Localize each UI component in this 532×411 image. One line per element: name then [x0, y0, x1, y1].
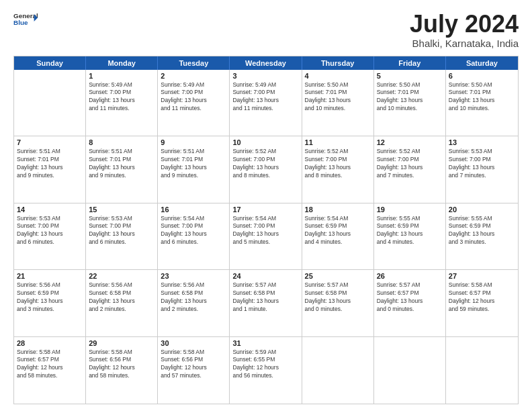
page: General Blue July 2024 Bhalki, Karnataka…	[0, 0, 532, 411]
day-cell-5: 5Sunrise: 5:50 AMSunset: 7:01 PMDaylight…	[374, 70, 446, 136]
day-cell-19: 19Sunrise: 5:55 AMSunset: 6:59 PMDayligh…	[374, 203, 446, 269]
day-cell-13: 13Sunrise: 5:53 AMSunset: 7:00 PMDayligh…	[446, 136, 518, 202]
day-number: 25	[305, 272, 371, 280]
week-row-4: 21Sunrise: 5:56 AMSunset: 6:59 PMDayligh…	[14, 270, 518, 336]
day-cell-23: 23Sunrise: 5:56 AMSunset: 6:58 PMDayligh…	[158, 270, 230, 336]
day-cell-22: 22Sunrise: 5:56 AMSunset: 6:58 PMDayligh…	[86, 270, 158, 336]
day-cell-empty	[302, 337, 374, 404]
day-number: 26	[377, 272, 443, 280]
day-info: Sunrise: 5:51 AMSunset: 7:01 PMDaylight:…	[161, 148, 226, 180]
day-cell-17: 17Sunrise: 5:54 AMSunset: 7:00 PMDayligh…	[230, 203, 302, 269]
week-row-5: 28Sunrise: 5:58 AMSunset: 6:57 PMDayligh…	[14, 337, 518, 404]
day-info: Sunrise: 5:49 AMSunset: 7:00 PMDaylight:…	[89, 81, 154, 113]
day-number: 29	[89, 339, 154, 347]
day-info: Sunrise: 5:50 AMSunset: 7:01 PMDaylight:…	[377, 81, 443, 113]
weekday-header-sunday: Sunday	[14, 56, 86, 70]
weekday-header-wednesday: Wednesday	[230, 56, 302, 70]
week-row-1: 1Sunrise: 5:49 AMSunset: 7:00 PMDaylight…	[14, 70, 518, 136]
day-number: 31	[232, 339, 298, 347]
day-number: 8	[89, 138, 154, 146]
day-info: Sunrise: 5:53 AMSunset: 7:00 PMDaylight:…	[449, 148, 515, 180]
title-block: July 2024 Bhalki, Karnataka, India	[410, 11, 519, 49]
day-info: Sunrise: 5:58 AMSunset: 6:56 PMDaylight:…	[89, 349, 154, 381]
day-info: Sunrise: 5:57 AMSunset: 6:58 PMDaylight:…	[232, 281, 298, 314]
day-info: Sunrise: 5:58 AMSunset: 6:56 PMDaylight:…	[161, 349, 226, 381]
day-number: 2	[161, 72, 226, 80]
day-number: 22	[89, 272, 154, 280]
day-number: 1	[89, 72, 154, 80]
day-info: Sunrise: 5:59 AMSunset: 6:55 PMDaylight:…	[232, 349, 298, 381]
day-cell-31: 31Sunrise: 5:59 AMSunset: 6:55 PMDayligh…	[230, 337, 302, 404]
day-number: 12	[377, 138, 443, 146]
day-number: 5	[377, 72, 443, 80]
day-info: Sunrise: 5:58 AMSunset: 6:57 PMDaylight:…	[449, 281, 515, 314]
day-number: 28	[17, 339, 83, 347]
day-cell-26: 26Sunrise: 5:57 AMSunset: 6:57 PMDayligh…	[374, 270, 446, 336]
day-cell-14: 14Sunrise: 5:53 AMSunset: 7:00 PMDayligh…	[14, 203, 86, 269]
day-number: 20	[449, 205, 515, 214]
day-number: 7	[17, 138, 83, 146]
day-info: Sunrise: 5:49 AMSunset: 7:00 PMDaylight:…	[161, 81, 226, 113]
day-info: Sunrise: 5:57 AMSunset: 6:58 PMDaylight:…	[305, 281, 371, 314]
day-cell-28: 28Sunrise: 5:58 AMSunset: 6:57 PMDayligh…	[14, 337, 86, 404]
svg-text:Blue: Blue	[13, 19, 28, 26]
day-info: Sunrise: 5:56 AMSunset: 6:59 PMDaylight:…	[17, 281, 83, 314]
day-cell-30: 30Sunrise: 5:58 AMSunset: 6:56 PMDayligh…	[158, 337, 230, 404]
day-cell-27: 27Sunrise: 5:58 AMSunset: 6:57 PMDayligh…	[446, 270, 518, 336]
day-number: 15	[89, 205, 154, 214]
day-info: Sunrise: 5:55 AMSunset: 6:59 PMDaylight:…	[449, 215, 515, 247]
calendar: SundayMondayTuesdayWednesdayThursdayFrid…	[13, 56, 519, 404]
day-number: 9	[161, 138, 226, 146]
day-cell-11: 11Sunrise: 5:52 AMSunset: 7:00 PMDayligh…	[302, 136, 374, 202]
month-year-title: July 2024	[410, 11, 519, 38]
day-cell-29: 29Sunrise: 5:58 AMSunset: 6:56 PMDayligh…	[86, 337, 158, 404]
day-number: 17	[232, 205, 298, 214]
day-number: 27	[449, 272, 515, 280]
day-cell-25: 25Sunrise: 5:57 AMSunset: 6:58 PMDayligh…	[302, 270, 374, 336]
day-cell-2: 2Sunrise: 5:49 AMSunset: 7:00 PMDaylight…	[158, 70, 230, 136]
day-info: Sunrise: 5:49 AMSunset: 7:00 PMDaylight:…	[232, 81, 298, 113]
day-number: 16	[161, 205, 226, 214]
day-cell-empty	[446, 337, 518, 404]
day-cell-8: 8Sunrise: 5:51 AMSunset: 7:01 PMDaylight…	[86, 136, 158, 202]
day-number: 10	[232, 138, 298, 146]
day-cell-24: 24Sunrise: 5:57 AMSunset: 6:58 PMDayligh…	[230, 270, 302, 336]
day-cell-empty	[14, 70, 86, 136]
day-cell-1: 1Sunrise: 5:49 AMSunset: 7:00 PMDaylight…	[86, 70, 158, 136]
weekday-header-tuesday: Tuesday	[158, 56, 230, 70]
day-info: Sunrise: 5:53 AMSunset: 7:00 PMDaylight:…	[89, 215, 154, 247]
day-cell-20: 20Sunrise: 5:55 AMSunset: 6:59 PMDayligh…	[446, 203, 518, 269]
day-info: Sunrise: 5:52 AMSunset: 7:00 PMDaylight:…	[232, 148, 298, 180]
day-info: Sunrise: 5:54 AMSunset: 7:00 PMDaylight:…	[161, 215, 226, 247]
weekday-header-thursday: Thursday	[302, 56, 374, 70]
day-cell-4: 4Sunrise: 5:50 AMSunset: 7:01 PMDaylight…	[302, 70, 374, 136]
logo-svg: General Blue	[13, 11, 38, 31]
day-cell-16: 16Sunrise: 5:54 AMSunset: 7:00 PMDayligh…	[158, 203, 230, 269]
day-info: Sunrise: 5:56 AMSunset: 6:58 PMDaylight:…	[161, 281, 226, 314]
day-cell-18: 18Sunrise: 5:54 AMSunset: 6:59 PMDayligh…	[302, 203, 374, 269]
day-info: Sunrise: 5:50 AMSunset: 7:01 PMDaylight:…	[305, 81, 371, 113]
day-cell-6: 6Sunrise: 5:50 AMSunset: 7:01 PMDaylight…	[446, 70, 518, 136]
day-info: Sunrise: 5:55 AMSunset: 6:59 PMDaylight:…	[377, 215, 443, 247]
location-title: Bhalki, Karnataka, India	[410, 38, 519, 49]
day-cell-7: 7Sunrise: 5:51 AMSunset: 7:01 PMDaylight…	[14, 136, 86, 202]
day-info: Sunrise: 5:58 AMSunset: 6:57 PMDaylight:…	[17, 349, 83, 381]
day-number: 4	[305, 72, 371, 80]
day-cell-9: 9Sunrise: 5:51 AMSunset: 7:01 PMDaylight…	[158, 136, 230, 202]
day-info: Sunrise: 5:51 AMSunset: 7:01 PMDaylight:…	[17, 148, 83, 180]
header: General Blue July 2024 Bhalki, Karnataka…	[13, 11, 519, 49]
day-cell-empty	[374, 337, 446, 404]
day-number: 24	[232, 272, 298, 280]
day-cell-3: 3Sunrise: 5:49 AMSunset: 7:00 PMDaylight…	[230, 70, 302, 136]
day-info: Sunrise: 5:52 AMSunset: 7:00 PMDaylight:…	[377, 148, 443, 180]
day-info: Sunrise: 5:54 AMSunset: 7:00 PMDaylight:…	[232, 215, 298, 247]
day-number: 21	[17, 272, 83, 280]
day-cell-15: 15Sunrise: 5:53 AMSunset: 7:00 PMDayligh…	[86, 203, 158, 269]
day-info: Sunrise: 5:53 AMSunset: 7:00 PMDaylight:…	[17, 215, 83, 247]
day-info: Sunrise: 5:57 AMSunset: 6:57 PMDaylight:…	[377, 281, 443, 314]
day-number: 11	[305, 138, 371, 146]
day-cell-21: 21Sunrise: 5:56 AMSunset: 6:59 PMDayligh…	[14, 270, 86, 336]
weekday-header-saturday: Saturday	[446, 56, 518, 70]
day-number: 6	[449, 72, 515, 80]
week-row-2: 7Sunrise: 5:51 AMSunset: 7:01 PMDaylight…	[14, 136, 518, 203]
